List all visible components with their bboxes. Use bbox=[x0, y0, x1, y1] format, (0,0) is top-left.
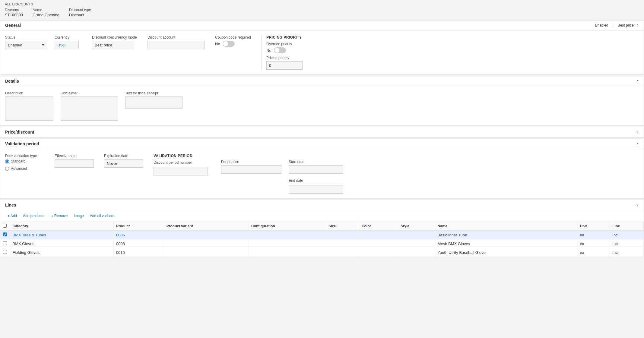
validation-period-section: Validation period ∧ Date validation type… bbox=[0, 139, 644, 199]
expiration-date-input[interactable] bbox=[104, 159, 143, 168]
discount-period-input[interactable] bbox=[154, 167, 208, 175]
add-all-variants-button[interactable]: Add all variants bbox=[87, 213, 117, 219]
date-validation-type-group: Date validation type Standard Advanced bbox=[5, 154, 47, 172]
link-product[interactable]: 0005 bbox=[116, 233, 125, 237]
remove-button[interactable]: ⊟ Remove bbox=[48, 213, 70, 219]
effective-date-input[interactable] bbox=[55, 159, 94, 168]
cell-color bbox=[359, 248, 398, 257]
table-row[interactable]: Fielding Gloves0015Youth Utility Basebal… bbox=[0, 248, 644, 257]
cell-unit: ea bbox=[577, 248, 610, 257]
header-discount-type-label: Discount type bbox=[69, 8, 91, 12]
cell-size bbox=[326, 231, 359, 239]
disclaimer-textarea[interactable] bbox=[61, 96, 118, 121]
lines-chevron-icon[interactable]: ∨ bbox=[636, 203, 639, 207]
radio-advanced[interactable]: Advanced bbox=[5, 166, 47, 171]
link-category[interactable]: BMX Tires & Tubes bbox=[13, 233, 46, 237]
details-chevron-icon[interactable]: ∧ bbox=[636, 79, 639, 83]
image-button[interactable]: Image bbox=[71, 213, 86, 219]
pricing-priority-input[interactable] bbox=[266, 61, 303, 70]
override-toggle[interactable] bbox=[274, 47, 286, 53]
select-all-checkbox[interactable] bbox=[3, 224, 7, 228]
start-date-input[interactable] bbox=[289, 165, 343, 174]
override-priority-group: Override priority No bbox=[266, 42, 303, 53]
cell-color bbox=[359, 239, 398, 248]
general-section-header[interactable]: General Enabled | Best price ∧ bbox=[0, 21, 644, 30]
row-checkbox[interactable] bbox=[3, 232, 7, 236]
row-checkbox[interactable] bbox=[3, 241, 7, 245]
add-button[interactable]: + Add bbox=[5, 213, 19, 219]
add-products-button[interactable]: Add products bbox=[21, 213, 47, 219]
description-textarea[interactable] bbox=[5, 96, 53, 121]
cell-name: Basic Inner Tube bbox=[435, 231, 577, 239]
radio-advanced-input[interactable] bbox=[5, 167, 9, 171]
remove-icon: ⊟ bbox=[50, 214, 53, 218]
details-section-title: Details bbox=[5, 79, 19, 84]
validation-period-section-header[interactable]: Validation period ∧ bbox=[0, 139, 644, 149]
cell-color bbox=[359, 231, 398, 239]
details-section-header[interactable]: Details ∧ bbox=[0, 76, 644, 86]
price-discount-section-header[interactable]: Price/discount ∨ bbox=[0, 127, 644, 137]
fiscal-label: Text for fiscal receipt bbox=[125, 91, 182, 95]
row-checkbox[interactable] bbox=[3, 250, 7, 254]
pricing-priority-label: Pricing priority bbox=[266, 56, 303, 60]
override-priority-label: Override priority bbox=[266, 42, 303, 46]
description-label: Description bbox=[5, 91, 53, 95]
end-date-input[interactable] bbox=[289, 185, 343, 194]
price-discount-section: Price/discount ∨ bbox=[0, 127, 644, 137]
table-row[interactable]: BMX Tires & Tubes0005Basic Inner TubeeaI… bbox=[0, 231, 644, 239]
date-validation-type-label: Date validation type bbox=[5, 154, 47, 158]
general-section-title: General bbox=[5, 23, 21, 28]
cell-category: BMX Gloves bbox=[10, 239, 113, 248]
general-section: General Enabled | Best price ∧ Status En… bbox=[0, 20, 644, 75]
table-row[interactable]: BMX Gloves0008Mesh BMX GloveseaIncl bbox=[0, 239, 644, 248]
override-toggle-label: No bbox=[266, 48, 271, 53]
col-configuration: Configuration bbox=[249, 222, 326, 231]
fiscal-textarea[interactable] bbox=[125, 96, 182, 109]
pricing-priority-group: Pricing priority bbox=[266, 56, 303, 70]
header-name-field: Name Grand Opening bbox=[33, 8, 59, 17]
col-color: Color bbox=[359, 222, 398, 231]
currency-label: Currency bbox=[55, 35, 85, 39]
cell-product_variant bbox=[164, 231, 249, 239]
fiscal-group: Text for fiscal receipt bbox=[125, 91, 182, 109]
concurrency-input[interactable] bbox=[92, 41, 134, 49]
validation-period-chevron-icon[interactable]: ∧ bbox=[636, 142, 639, 146]
coupon-group: Coupon code required No bbox=[215, 35, 251, 47]
general-section-right: Enabled | Best price ∧ bbox=[595, 23, 639, 27]
radio-standard[interactable]: Standard bbox=[5, 159, 47, 163]
header-discount-field: Discount ST100000 bbox=[5, 8, 23, 17]
cell-line: Incl bbox=[610, 231, 644, 239]
pricing-priority-title: PRICING PRIORITY bbox=[266, 35, 303, 39]
validation-description-label: Description bbox=[221, 160, 281, 164]
account-input[interactable] bbox=[148, 41, 205, 49]
header-name-value: Grand Opening bbox=[33, 13, 59, 17]
validation-description-input[interactable] bbox=[221, 165, 281, 174]
coupon-toggle-container: No bbox=[215, 41, 251, 47]
validation-period-inner-title: VALIDATION PERIOD bbox=[154, 154, 214, 158]
general-chevron-icon[interactable]: ∧ bbox=[636, 23, 639, 27]
page-container: ALL DISCOUNTS Discount ST100000 Name Gra… bbox=[0, 0, 644, 338]
currency-input[interactable] bbox=[55, 41, 79, 49]
expiration-date-label: Expiration date bbox=[104, 154, 146, 158]
expiration-date-group: Expiration date bbox=[104, 154, 146, 168]
cell-line: Incl bbox=[610, 248, 644, 257]
coupon-toggle[interactable] bbox=[223, 41, 235, 47]
effective-date-group: Effective date bbox=[55, 154, 97, 168]
coupon-label: Coupon code required bbox=[215, 35, 251, 39]
col-category: Category bbox=[10, 222, 113, 231]
col-unit: Unit bbox=[577, 222, 610, 231]
description-group: Description bbox=[5, 91, 53, 121]
concurrency-label: Discount concurrency mode bbox=[92, 35, 140, 39]
lines-section-header[interactable]: Lines ∨ bbox=[0, 200, 644, 210]
cell-size bbox=[326, 239, 359, 248]
cell-configuration bbox=[249, 239, 326, 248]
lines-section-title: Lines bbox=[5, 203, 16, 207]
override-toggle-container: No bbox=[266, 47, 303, 53]
cell-name: Mesh BMX Gloves bbox=[435, 239, 577, 248]
radio-advanced-label: Advanced bbox=[11, 166, 27, 171]
status-select[interactable]: Enabled bbox=[5, 41, 47, 49]
cell-category: BMX Tires & Tubes bbox=[10, 231, 113, 239]
price-discount-chevron-icon[interactable]: ∨ bbox=[636, 130, 639, 134]
radio-standard-label: Standard bbox=[11, 159, 26, 163]
radio-standard-input[interactable] bbox=[5, 160, 9, 163]
